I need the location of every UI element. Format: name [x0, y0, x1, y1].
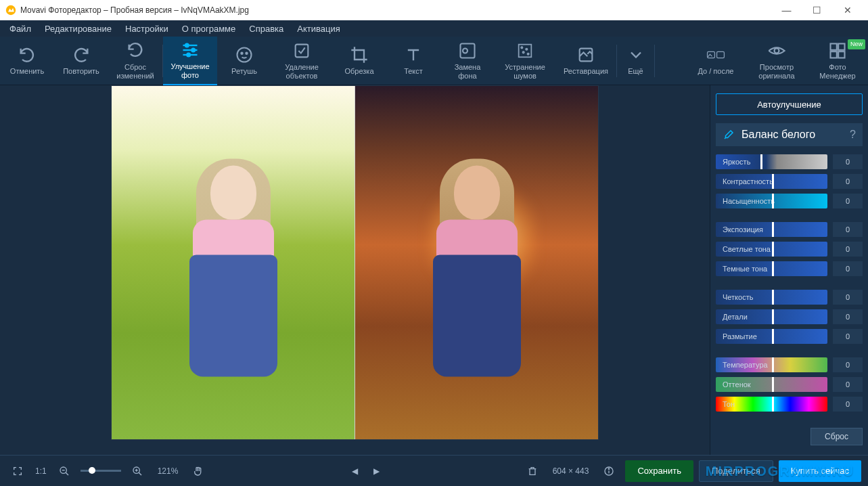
slider-value[interactable]: 0	[833, 377, 863, 392]
slider-Четкость[interactable]: Четкость	[716, 290, 827, 305]
slider-Оттенок[interactable]: Оттенок	[716, 377, 827, 392]
zoom-in-button[interactable]	[128, 462, 147, 481]
sliders-icon	[181, 41, 200, 60]
delete-button[interactable]	[523, 462, 542, 481]
slider-Экспозиция[interactable]: Экспозиция	[716, 222, 827, 237]
menu-edit[interactable]: Редактирование	[38, 24, 118, 34]
fullscreen-icon	[12, 466, 23, 477]
svg-point-35	[609, 468, 610, 469]
slider-value[interactable]: 0	[833, 329, 863, 344]
slider-label: Температура	[723, 361, 768, 369]
more-button[interactable]: Ещё	[617, 37, 654, 85]
menu-help[interactable]: Справка	[242, 24, 290, 34]
eyedropper-icon	[723, 129, 735, 141]
slider-label: Темные тона	[723, 265, 767, 273]
noise-icon	[516, 41, 534, 60]
enhance-tab[interactable]: Улучшение фото	[163, 37, 217, 85]
save-button[interactable]: Сохранить	[625, 460, 693, 482]
buy-button[interactable]: Купить сейчас	[779, 460, 861, 482]
zoom-ratio[interactable]: 1:1	[35, 466, 47, 476]
slider-row: Экспозиция0	[716, 221, 863, 238]
slider-row: Яркость0	[716, 153, 863, 171]
minimize-button[interactable]: —	[771, 0, 802, 20]
slider-Детали[interactable]: Детали	[716, 309, 827, 324]
slider-Темные тона[interactable]: Темные тона	[716, 261, 827, 276]
slider-value[interactable]: 0	[833, 194, 863, 208]
preview-original-button[interactable]: Просмотр оригинала	[746, 37, 807, 85]
close-button[interactable]: ✕	[832, 0, 863, 20]
zoom-out-button[interactable]	[55, 462, 74, 481]
noise-removal-tab[interactable]: Устранение шумов	[495, 37, 555, 85]
svg-rect-13	[519, 44, 532, 57]
prev-image-button[interactable]: ◀	[345, 462, 364, 481]
slider-row: Температура0	[716, 356, 863, 374]
svg-rect-10	[296, 44, 309, 57]
restore-tab[interactable]: Реставрация	[555, 37, 616, 85]
retouch-tab[interactable]: Ретушь	[217, 37, 271, 85]
compare-icon	[706, 45, 725, 64]
chevron-down-icon	[626, 45, 645, 64]
maximize-button[interactable]: ☐	[802, 0, 832, 20]
bg-replace-tab[interactable]: Замена фона	[440, 37, 495, 85]
slider-value[interactable]: 0	[833, 154, 863, 169]
reset-changes-button[interactable]: Сброс изменений	[108, 37, 162, 85]
wb-help-icon[interactable]: ?	[850, 129, 856, 141]
panel-reset-button[interactable]: Сброс	[810, 428, 863, 445]
slider-label: Яркость	[723, 158, 750, 166]
slider-value[interactable]: 0	[833, 261, 863, 276]
slider-value[interactable]: 0	[833, 174, 863, 189]
menu-about[interactable]: О программе	[175, 24, 243, 34]
auto-enhance-button[interactable]: Автоулучшение	[716, 93, 863, 115]
menu-settings[interactable]: Настройки	[118, 24, 175, 34]
undo-button[interactable]: Отменить	[0, 37, 54, 85]
slider-value[interactable]: 0	[833, 357, 863, 372]
eye-icon	[767, 41, 786, 60]
slider-Тон[interactable]: Тон	[716, 397, 827, 412]
menu-file[interactable]: Файл	[3, 24, 38, 34]
crop-tab[interactable]: Обрезка	[332, 37, 386, 85]
svg-point-15	[526, 48, 527, 49]
before-after-button[interactable]: До / после	[685, 37, 746, 85]
zoom-slider[interactable]	[81, 470, 121, 472]
remove-objects-tab[interactable]: Удаление объектов	[271, 37, 332, 85]
slider-Светлые тона[interactable]: Светлые тона	[716, 242, 827, 257]
slider-row: Оттенок0	[716, 376, 863, 393]
slider-label: Четкость	[723, 293, 753, 301]
slider-value[interactable]: 0	[833, 290, 863, 305]
before-after-view[interactable]	[111, 85, 599, 440]
white-balance-row[interactable]: Баланс белого ?	[716, 123, 863, 146]
slider-Насыщенность[interactable]: Насыщенность	[716, 194, 827, 208]
hand-tool-button[interactable]	[189, 462, 208, 481]
zoom-in-icon	[132, 466, 143, 477]
slider-row: Насыщенность0	[716, 192, 863, 210]
slider-Яркость[interactable]: Яркость	[716, 154, 827, 169]
photo-manager-button[interactable]: NewФото Менеджер	[807, 37, 868, 85]
slider-label: Размытие	[723, 332, 757, 340]
svg-rect-22	[831, 43, 837, 49]
share-button[interactable]: Поделиться	[699, 460, 773, 482]
slider-Температура[interactable]: Температура	[716, 357, 827, 372]
slider-Размытие[interactable]: Размытие	[716, 329, 827, 344]
svg-line-30	[139, 472, 141, 475]
trash-icon	[527, 466, 538, 477]
slider-Контрастность[interactable]: Контрастность	[716, 174, 827, 189]
svg-point-12	[463, 48, 467, 53]
fullscreen-button[interactable]	[8, 462, 27, 481]
redo-icon	[72, 45, 91, 64]
text-tab[interactable]: Текст	[386, 37, 440, 85]
info-button[interactable]	[599, 462, 618, 481]
slider-row: Детали0	[716, 308, 863, 326]
slider-value[interactable]: 0	[833, 397, 863, 412]
canvas-area	[0, 85, 710, 455]
redo-button[interactable]: Повторить	[54, 37, 108, 85]
svg-point-9	[246, 53, 247, 54]
slider-value[interactable]: 0	[833, 309, 863, 324]
svg-point-16	[523, 51, 524, 53]
slider-value[interactable]: 0	[833, 222, 863, 237]
menu-activate[interactable]: Активация	[290, 24, 346, 34]
slider-label: Светлые тона	[723, 245, 771, 253]
slider-value[interactable]: 0	[833, 242, 863, 257]
next-image-button[interactable]: ▶	[367, 462, 386, 481]
svg-rect-23	[838, 43, 844, 49]
svg-point-14	[521, 47, 522, 48]
